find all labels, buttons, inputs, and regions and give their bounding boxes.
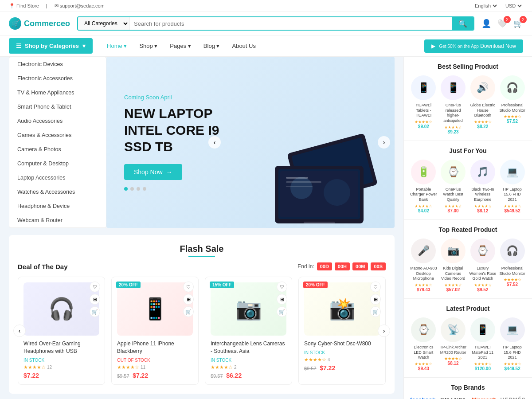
best-selling-title: Best Selling Product [410,63,526,70]
search-input[interactable] [129,17,452,30]
shop-by-button[interactable]: ☰ Shop by Categories ▾ [9,38,93,54]
sidebar-item-headphone[interactable]: Headphone & Device [9,199,106,213]
brand-chanel[interactable]: CHANEL [440,396,467,399]
product-name-3: Interchangeable Lens Cameras - Southeast… [211,340,286,355]
wishlist-icon[interactable]: 🤍 2 [497,19,507,28]
jfy-product-1[interactable]: 🔋 Portable Charger Power Bank ★★★★☆ $4.0… [410,160,437,213]
sidebar-item-tv[interactable]: TV & Home Appliances [9,86,106,100]
wishlist-btn-3[interactable]: ♡ [277,282,287,292]
jfy-product-4[interactable]: 💻 HP Laptop 15.6 FHD 2021 ★★★★☆ $549.52 [499,160,526,213]
tr-product-4[interactable]: 🎧 Professional Studio Monitor ★★★★☆ $7.5… [499,239,526,292]
wishlist-btn-2[interactable]: ♡ [183,282,194,292]
compare-btn-2[interactable]: ⊞ [183,294,194,305]
products-prev-button[interactable]: ‹ [13,325,26,337]
sidebar-item-electronic-devices[interactable]: Electronic Devices [9,57,106,71]
jfy-stars-3: ★★★★☆ [469,204,497,208]
category-select[interactable]: All Categories Electronics Phones [78,17,129,30]
best-price-2: $9.23 [440,129,467,134]
play-icon: ▶ [431,43,435,49]
cart-btn-3[interactable]: 🛒 [277,306,287,317]
shop-now-button[interactable]: Shop Now → [124,164,182,180]
nav-about[interactable]: About Us [227,37,261,55]
tr-product-2[interactable]: 📷 Kids Digital Cameras Video Record ★★★★… [440,239,467,292]
nav-home[interactable]: Home ▾ [102,37,132,55]
best-stars-2: ★★★★☆ [440,125,467,129]
jfy-product-3[interactable]: 🎵 Black Two-In Wireless Earphone ★★★★☆ $… [469,160,497,213]
compare-btn-1[interactable]: ⊞ [90,294,100,305]
wishlist-btn-1[interactable]: ♡ [90,282,100,292]
best-price-3: $8.22 [469,124,497,129]
tr-name-3: Luxury Women's Rose Gold Watch [469,266,497,282]
sidebar-item-camera[interactable]: Camera & Photos [9,142,106,156]
email-contact[interactable]: ✉ support@sedac.com [55,3,105,9]
hero-next-button[interactable]: › [378,136,390,149]
hero-tag: Coming Soon April [124,94,219,101]
language-select[interactable]: English French [473,3,498,9]
jfy-product-2[interactable]: ⌚ OnePlus Watch Best Quality ★★★★☆ $7.00 [440,160,467,213]
best-product-3[interactable]: 🔊 Globe Electric House Bluetooth ★★★★☆ $… [469,75,497,134]
sidebar-item-computer[interactable]: Computer & Desktop [9,156,106,171]
search-button[interactable]: 🔍 [452,17,473,30]
hero-dot-4[interactable] [143,187,146,191]
lp-product-4[interactable]: 💻 HP Laptop 15.6 FHD 2021 ★★★★☆ $449.52 [499,317,526,371]
best-product-1[interactable]: 📱 HUAWEl Tablets - HUAWEI ★★★★☆ $9.02 [410,75,437,134]
lp-stars-3: ★★★★☆ [469,362,497,366]
user-icon[interactable]: 👤 [481,19,491,28]
compare-btn-3[interactable]: ⊞ [277,294,287,305]
sidebar-item-smartphone[interactable]: Smart Phone & Tablet [9,100,106,114]
app-download-banner[interactable]: ▶ Get 50% on the App Download Now [424,39,523,53]
best-product-2[interactable]: 📱 OnePlus released higher-anticipated ★★… [440,75,467,134]
tr-stars-1: ★★★★☆ [410,283,437,287]
best-stars-3: ★★★★☆ [469,120,497,124]
topbar-left: 📍 Find Store | ✉ support@sedac.com [9,3,105,9]
product-price-3: $9.57 $6.22 [211,372,286,379]
lp-product-3[interactable]: 📱 HUAWEI MatePad 11 2021 ★★★★☆ $120.00 [469,317,497,371]
lp-product-1[interactable]: ⌚ Electronics LED Smart Watch ★★★★☆ $9.4… [410,317,437,371]
logo[interactable]: 🛒 Commerceo [9,17,70,30]
cart-btn-1[interactable]: 🛒 [90,306,100,317]
svg-rect-9 [286,186,313,187]
tr-product-3[interactable]: ⌚ Luxury Women's Rose Gold Watch ★★★★☆ $… [469,239,497,292]
svg-rect-7 [286,177,308,179]
tr-stars-4: ★★★★☆ [499,278,526,282]
brand-microsoft[interactable]: Microsoft [472,397,496,399]
cart-btn-4[interactable]: 🛒 [370,306,381,317]
lp-img-1: ⌚ [411,317,436,342]
tr-product-1[interactable]: 🎤 Maono AU-903 Desktop Microphone ★★★★☆ … [410,239,437,292]
find-store[interactable]: 📍 Find Store [9,3,39,9]
product-image-3: 📷 [211,282,286,336]
category-sidebar: Electronic Devices Electronic Accessorie… [9,57,106,228]
nav-pages[interactable]: Pages ▾ [164,37,196,55]
nav-blog[interactable]: Blog ▾ [198,37,225,55]
currency-select[interactable]: USD EUR [504,3,523,9]
brand-hermes[interactable]: HERMÉS [501,397,526,399]
brands-list: facebook CHANEL Microsoft HERMÉS D&G [410,396,526,399]
sidebar-item-games[interactable]: Games & Accessories [9,128,106,142]
best-selling-section: Best Selling Product 📱 HUAWEl Tablets - … [404,57,532,141]
hero-dot-1[interactable] [124,187,128,191]
sidebar-item-webcam[interactable]: Webcam & Router [9,213,106,227]
best-stars-1: ★★★★☆ [410,120,437,124]
sidebar-item-watches[interactable]: Watches & Accessories [9,185,106,199]
hero-dot-3[interactable] [137,187,140,191]
cart-btn-2[interactable]: 🛒 [183,306,194,317]
hero-dot-2[interactable] [130,187,134,191]
product-stars-4: ★★★★☆ 4 [304,357,380,363]
product-card-3: 📷 15% OFF ♡ ⊞ 🛒 Interchangeable Lens Cam… [205,277,292,385]
best-product-4[interactable]: 🎧 Professional Studio Monitor ★★★★☆ $7.5… [499,75,526,134]
jfy-name-4: HP Laptop 15.6 FHD 2021 [499,187,526,203]
products-next-button[interactable]: › [378,325,390,337]
compare-btn-4[interactable]: ⊞ [370,294,381,305]
brand-facebook[interactable]: facebook [410,396,435,399]
wishlist-btn-4[interactable]: ♡ [370,282,381,292]
hero-title: NEW LAPTOP INTEL CORE I9 SSD TB [124,105,219,155]
topbar: 📍 Find Store | ✉ support@sedac.com Engli… [0,0,532,12]
cart-icon[interactable]: 🛒 2 [513,19,523,28]
sidebar-item-laptop[interactable]: Laptop Accessories [9,171,106,185]
best-product-img-1: 📱 [411,75,436,100]
lp-product-2[interactable]: 📡 TP-Link Archer MR200 Router ★★★★☆ $8.1… [440,317,467,371]
sidebar-item-audio[interactable]: Audio Accessories [9,114,106,128]
sidebar-item-accessories[interactable]: Electronic Accessories [9,71,106,86]
nav-shop[interactable]: Shop ▾ [134,37,163,55]
jfy-name-1: Portable Charger Power Bank [410,187,437,203]
